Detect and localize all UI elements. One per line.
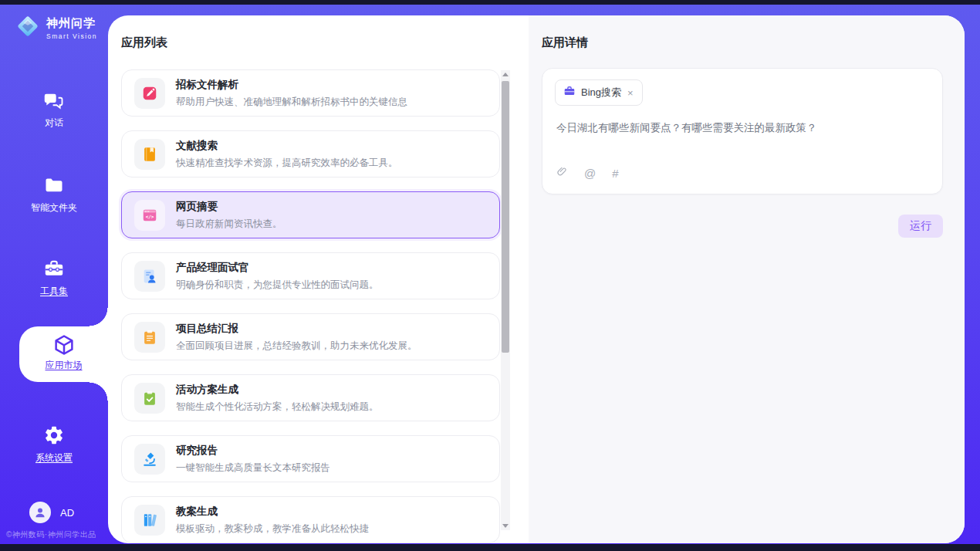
app-card-desc: 一键智能生成高质量长文本研究报告 xyxy=(176,461,330,475)
app-card-desc: 全面回顾项目进展，总结经验教训，助力未来优化发展。 xyxy=(176,340,417,353)
tab-fillet-bottom xyxy=(90,382,108,401)
app-card-desc: 模板驱动，教案秒成，教学准备从此轻松快捷 xyxy=(176,522,369,536)
triangle-down-icon xyxy=(502,524,509,528)
cube-icon xyxy=(19,333,108,357)
app-card-project-summary[interactable]: 项目总结汇报 全面回顾项目进展，总结经验教训，助力未来优化发展。 xyxy=(121,313,500,360)
sidebar-item-smart-folders[interactable]: 智能文件夹 xyxy=(0,174,108,215)
app-card-title: 产品经理面试官 xyxy=(176,261,379,275)
microscope-icon xyxy=(134,444,165,475)
books-icon xyxy=(134,505,165,536)
app-card-desc: 明确身份和职责，为您提供专业性的面试问题。 xyxy=(176,279,379,292)
app-window: 神州问学 Smart Vision 对话 xyxy=(0,0,980,551)
scrollbar-down-button[interactable] xyxy=(501,521,510,530)
app-list-pane: 应用列表 招标文件解析 帮助用户快速、准确地理解和解析招标书 xyxy=(108,15,529,543)
briefcase-icon xyxy=(563,85,576,100)
app-card-event-plan[interactable]: 活动方案生成 智能生成个性化活动方案，轻松解决规划难题。 xyxy=(121,374,500,421)
sidebar-item-label: 智能文件夹 xyxy=(0,201,108,215)
tool-chip-bing-search[interactable]: Bing搜索 × xyxy=(555,79,643,106)
app-card-title: 教案生成 xyxy=(176,505,369,519)
clipboard-check-icon xyxy=(134,383,165,414)
app-card-desc: 智能生成个性化活动方案，轻松解决规划难题。 xyxy=(176,401,379,414)
input-toolbar: @ # xyxy=(556,165,619,181)
clipboard-icon xyxy=(134,322,165,353)
brand-logo: 神州问学 Smart Vision xyxy=(15,14,97,42)
query-input-card[interactable]: Bing搜索 × 今日湖北有哪些新闻要点？有哪些需要关注的最新政策？ @ # xyxy=(542,68,943,194)
interview-icon xyxy=(134,261,165,292)
sidebar-item-label: 对话 xyxy=(0,117,108,130)
person-icon xyxy=(33,505,47,519)
sidebar: 神州问学 Smart Vision 对话 xyxy=(0,5,108,544)
user-initials: AD xyxy=(60,507,74,519)
app-card-title: 文献搜索 xyxy=(176,139,398,153)
bottom-frame-bar xyxy=(0,544,980,551)
brand-subtitle: Smart Vision xyxy=(46,32,97,40)
app-card-lesson-plan[interactable]: 教案生成 模板驱动，教案秒成，教学准备从此轻松快捷 xyxy=(121,496,500,543)
app-card-desc: 快速精准查找学术资源，提高研究效率的必备工具。 xyxy=(176,157,398,170)
copyright-footer: ©神州数码·神州问学出品 xyxy=(6,529,108,540)
app-card-title: 项目总结汇报 xyxy=(176,322,417,336)
edit-doc-icon xyxy=(134,78,165,109)
run-button[interactable]: 运行 xyxy=(898,215,943,238)
sidebar-item-label: 系统设置 xyxy=(0,451,108,465)
brand-name: 神州问学 xyxy=(46,16,97,31)
app-card-list: 招标文件解析 帮助用户快速、准确地理解和解析招标书中的关键信息 xyxy=(121,69,500,543)
app-list-title: 应用列表 xyxy=(121,35,167,50)
app-card-title: 招标文件解析 xyxy=(176,78,407,92)
at-icon[interactable]: @ xyxy=(584,167,596,180)
app-card-title: 活动方案生成 xyxy=(176,383,379,397)
app-card-desc: 帮助用户快速、准确地理解和解析招标书中的关键信息 xyxy=(176,96,407,109)
app-card-web-summary[interactable]: </> 网页摘要 每日政府新闻资讯快查。 xyxy=(121,191,500,238)
app-card-desc: 每日政府新闻资讯快查。 xyxy=(176,218,282,231)
diamond-logo-icon xyxy=(15,14,40,42)
app-card-bid-doc-analysis[interactable]: 招标文件解析 帮助用户快速、准确地理解和解析招标书中的关键信息 xyxy=(121,69,500,117)
app-card-pm-interviewer[interactable]: 产品经理面试官 明确身份和职责，为您提供专业性的面试问题。 xyxy=(121,252,500,299)
chat-icon xyxy=(0,90,108,111)
app-card-title: 研究报告 xyxy=(176,444,330,458)
tool-chip-label: Bing搜索 xyxy=(581,86,621,100)
sidebar-item-label: 工具集 xyxy=(0,285,108,298)
paperclip-icon[interactable] xyxy=(556,165,568,181)
scrollbar-thumb[interactable] xyxy=(502,81,509,353)
list-scrollbar[interactable] xyxy=(501,70,510,530)
scrollbar-up-button[interactable] xyxy=(501,70,510,79)
sidebar-item-toolset[interactable]: 工具集 xyxy=(0,258,108,298)
browser-icon: </> xyxy=(134,200,165,231)
app-card-literature-search[interactable]: 文献搜索 快速精准查找学术资源，提高研究效率的必备工具。 xyxy=(121,130,500,177)
query-text-input[interactable]: 今日湖北有哪些新闻要点？有哪些需要关注的最新政策？ xyxy=(556,121,928,135)
avatar xyxy=(29,502,51,523)
app-card-title: 网页摘要 xyxy=(176,200,282,214)
sidebar-item-label: 应用市场 xyxy=(19,359,108,372)
app-detail-pane: 应用详情 Bing搜索 × 今日湖北有哪些新闻要点？ xyxy=(529,15,965,543)
user-account[interactable]: AD xyxy=(29,502,74,523)
close-icon[interactable]: × xyxy=(627,88,634,98)
app-detail-title: 应用详情 xyxy=(542,35,588,50)
main-panel: 应用列表 招标文件解析 帮助用户快速、准确地理解和解析招标书 xyxy=(108,15,965,543)
sidebar-item-app-market[interactable]: 应用市场 xyxy=(19,326,108,382)
book-icon xyxy=(134,139,165,170)
hash-icon[interactable]: # xyxy=(612,167,618,180)
svg-text:</>: </> xyxy=(146,213,154,218)
sidebar-item-settings[interactable]: 系统设置 xyxy=(0,424,108,465)
tab-fillet-top xyxy=(90,308,108,326)
app-card-research-report[interactable]: 研究报告 一键智能生成高质量长文本研究报告 xyxy=(121,435,500,482)
toolbox-icon xyxy=(0,258,108,279)
triangle-up-icon xyxy=(502,73,509,76)
gear-icon xyxy=(0,424,108,446)
folder-icon xyxy=(0,174,108,196)
sidebar-item-chat[interactable]: 对话 xyxy=(0,90,108,130)
app-background: 神州问学 Smart Vision 对话 xyxy=(0,5,980,544)
